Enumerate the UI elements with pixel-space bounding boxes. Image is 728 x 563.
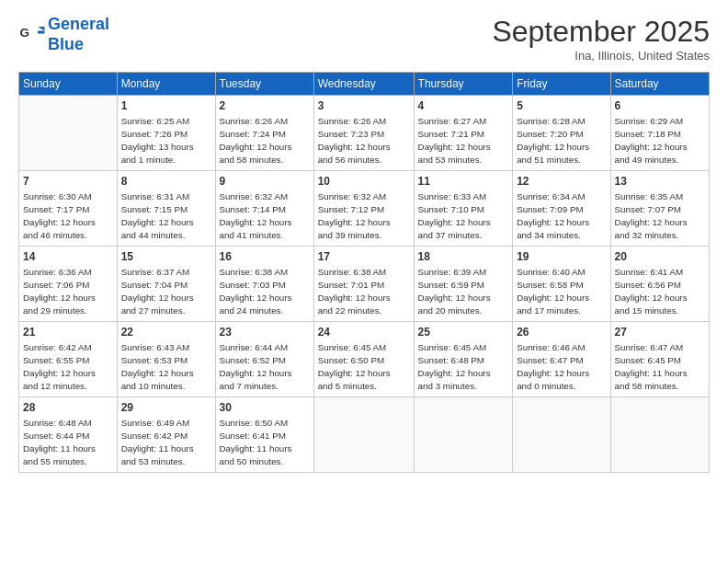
svg-rect-2 [38, 30, 45, 33]
month-title: September 2025 [492, 15, 710, 49]
calendar-cell: 29Sunrise: 6:49 AM Sunset: 6:42 PM Dayli… [117, 397, 215, 473]
day-info: Sunrise: 6:44 AM Sunset: 6:52 PM Dayligh… [220, 341, 310, 394]
day-info: Sunrise: 6:45 AM Sunset: 6:48 PM Dayligh… [418, 341, 509, 394]
logo-icon: G [18, 21, 46, 49]
day-number: 25 [418, 325, 509, 340]
calendar-cell: 9Sunrise: 6:32 AM Sunset: 7:14 PM Daylig… [215, 171, 313, 247]
day-info: Sunrise: 6:28 AM Sunset: 7:20 PM Dayligh… [517, 115, 606, 167]
day-number: 4 [418, 98, 509, 114]
day-number: 2 [220, 98, 310, 114]
calendar-cell: 21Sunrise: 6:42 AM Sunset: 6:55 PM Dayli… [19, 322, 118, 397]
day-number: 12 [517, 174, 606, 190]
calendar-cell: 13Sunrise: 6:35 AM Sunset: 7:07 PM Dayli… [610, 171, 709, 247]
calendar-cell: 28Sunrise: 6:48 AM Sunset: 6:44 PM Dayli… [19, 397, 118, 473]
day-info: Sunrise: 6:49 AM Sunset: 6:42 PM Dayligh… [121, 417, 211, 469]
day-info: Sunrise: 6:43 AM Sunset: 6:53 PM Dayligh… [121, 341, 211, 394]
title-block: September 2025 Ina, Illinois, United Sta… [492, 15, 710, 63]
calendar-cell: 30Sunrise: 6:50 AM Sunset: 6:41 PM Dayli… [215, 397, 313, 473]
day-number: 14 [23, 249, 113, 265]
calendar-cell: 17Sunrise: 6:38 AM Sunset: 7:01 PM Dayli… [313, 247, 414, 322]
day-number: 7 [23, 174, 113, 190]
header: G General Blue September 2025 Ina, Illin… [18, 15, 710, 63]
calendar-cell: 11Sunrise: 6:33 AM Sunset: 7:10 PM Dayli… [414, 171, 513, 247]
day-info: Sunrise: 6:26 AM Sunset: 7:24 PM Dayligh… [220, 115, 310, 167]
calendar-header-saturday: Saturday [610, 73, 709, 96]
day-number: 27 [615, 325, 705, 340]
day-info: Sunrise: 6:38 AM Sunset: 7:01 PM Dayligh… [318, 266, 410, 318]
day-info: Sunrise: 6:32 AM Sunset: 7:14 PM Dayligh… [220, 190, 310, 243]
day-number: 3 [318, 98, 410, 114]
day-number: 5 [517, 98, 606, 114]
day-info: Sunrise: 6:40 AM Sunset: 6:58 PM Dayligh… [517, 266, 606, 318]
calendar-cell: 7Sunrise: 6:30 AM Sunset: 7:17 PM Daylig… [19, 171, 118, 247]
calendar-cell [513, 397, 610, 473]
day-number: 9 [220, 174, 310, 190]
calendar-week-0: 1Sunrise: 6:25 AM Sunset: 7:26 PM Daylig… [19, 96, 710, 171]
day-info: Sunrise: 6:47 AM Sunset: 6:45 PM Dayligh… [615, 341, 705, 394]
calendar-cell [610, 397, 709, 473]
day-info: Sunrise: 6:31 AM Sunset: 7:15 PM Dayligh… [121, 190, 211, 243]
day-info: Sunrise: 6:34 AM Sunset: 7:09 PM Dayligh… [517, 190, 606, 243]
day-info: Sunrise: 6:36 AM Sunset: 7:06 PM Dayligh… [23, 266, 113, 318]
calendar-cell: 22Sunrise: 6:43 AM Sunset: 6:53 PM Dayli… [117, 322, 215, 397]
day-number: 17 [318, 249, 410, 265]
day-info: Sunrise: 6:50 AM Sunset: 6:41 PM Dayligh… [220, 417, 310, 469]
day-info: Sunrise: 6:25 AM Sunset: 7:26 PM Dayligh… [121, 115, 211, 167]
calendar-cell: 25Sunrise: 6:45 AM Sunset: 6:48 PM Dayli… [414, 322, 513, 397]
day-info: Sunrise: 6:39 AM Sunset: 6:59 PM Dayligh… [418, 266, 509, 318]
calendar-cell: 26Sunrise: 6:46 AM Sunset: 6:47 PM Dayli… [513, 322, 610, 397]
day-number: 13 [615, 174, 705, 190]
calendar-cell: 18Sunrise: 6:39 AM Sunset: 6:59 PM Dayli… [414, 247, 513, 322]
calendar-cell: 12Sunrise: 6:34 AM Sunset: 7:09 PM Dayli… [513, 171, 610, 247]
calendar-cell: 8Sunrise: 6:31 AM Sunset: 7:15 PM Daylig… [117, 171, 215, 247]
day-number: 15 [121, 249, 211, 265]
calendar-cell: 23Sunrise: 6:44 AM Sunset: 6:52 PM Dayli… [215, 322, 313, 397]
day-number: 8 [121, 174, 211, 190]
day-info: Sunrise: 6:42 AM Sunset: 6:55 PM Dayligh… [23, 341, 113, 394]
calendar-cell: 19Sunrise: 6:40 AM Sunset: 6:58 PM Dayli… [513, 247, 610, 322]
calendar-cell: 27Sunrise: 6:47 AM Sunset: 6:45 PM Dayli… [610, 322, 709, 397]
day-number: 19 [517, 249, 606, 265]
day-number: 23 [220, 325, 310, 340]
svg-marker-1 [38, 27, 45, 31]
calendar-cell: 2Sunrise: 6:26 AM Sunset: 7:24 PM Daylig… [215, 96, 313, 171]
calendar-cell: 15Sunrise: 6:37 AM Sunset: 7:04 PM Dayli… [117, 247, 215, 322]
calendar-cell: 6Sunrise: 6:29 AM Sunset: 7:18 PM Daylig… [610, 96, 709, 171]
day-number: 11 [418, 174, 509, 190]
calendar-cell: 1Sunrise: 6:25 AM Sunset: 7:26 PM Daylig… [117, 96, 215, 171]
day-number: 21 [23, 325, 113, 340]
logo-general: General [48, 15, 109, 33]
calendar-header-monday: Monday [117, 73, 215, 96]
calendar-header-row: SundayMondayTuesdayWednesdayThursdayFrid… [19, 73, 710, 96]
calendar-cell: 4Sunrise: 6:27 AM Sunset: 7:21 PM Daylig… [414, 96, 513, 171]
day-info: Sunrise: 6:26 AM Sunset: 7:23 PM Dayligh… [318, 115, 410, 167]
calendar-table: SundayMondayTuesdayWednesdayThursdayFrid… [18, 72, 710, 473]
day-number: 29 [121, 400, 211, 416]
day-info: Sunrise: 6:29 AM Sunset: 7:18 PM Dayligh… [615, 115, 705, 167]
calendar-week-1: 7Sunrise: 6:30 AM Sunset: 7:17 PM Daylig… [19, 171, 710, 247]
calendar-week-3: 21Sunrise: 6:42 AM Sunset: 6:55 PM Dayli… [19, 322, 710, 397]
calendar-cell: 24Sunrise: 6:45 AM Sunset: 6:50 PM Dayli… [313, 322, 414, 397]
calendar-cell: 5Sunrise: 6:28 AM Sunset: 7:20 PM Daylig… [513, 96, 610, 171]
day-number: 1 [121, 98, 211, 114]
location: Ina, Illinois, United States [492, 49, 710, 63]
day-info: Sunrise: 6:30 AM Sunset: 7:17 PM Dayligh… [23, 190, 113, 243]
day-number: 24 [318, 325, 410, 340]
calendar-header-thursday: Thursday [414, 73, 513, 96]
calendar-header-wednesday: Wednesday [313, 73, 414, 96]
page: G General Blue September 2025 Ina, Illin… [0, 0, 728, 563]
calendar-cell [19, 96, 118, 171]
calendar-header-tuesday: Tuesday [215, 73, 313, 96]
calendar-header-friday: Friday [513, 73, 610, 96]
calendar-cell: 3Sunrise: 6:26 AM Sunset: 7:23 PM Daylig… [313, 96, 414, 171]
calendar-week-4: 28Sunrise: 6:48 AM Sunset: 6:44 PM Dayli… [19, 397, 710, 473]
day-number: 18 [418, 249, 509, 265]
day-number: 6 [615, 98, 705, 114]
day-info: Sunrise: 6:33 AM Sunset: 7:10 PM Dayligh… [418, 190, 509, 243]
logo: G General Blue [18, 15, 109, 54]
calendar-header-sunday: Sunday [19, 73, 118, 96]
day-number: 20 [615, 249, 705, 265]
logo-blue: Blue [48, 35, 84, 53]
day-number: 30 [220, 400, 310, 416]
day-info: Sunrise: 6:37 AM Sunset: 7:04 PM Dayligh… [121, 266, 211, 318]
